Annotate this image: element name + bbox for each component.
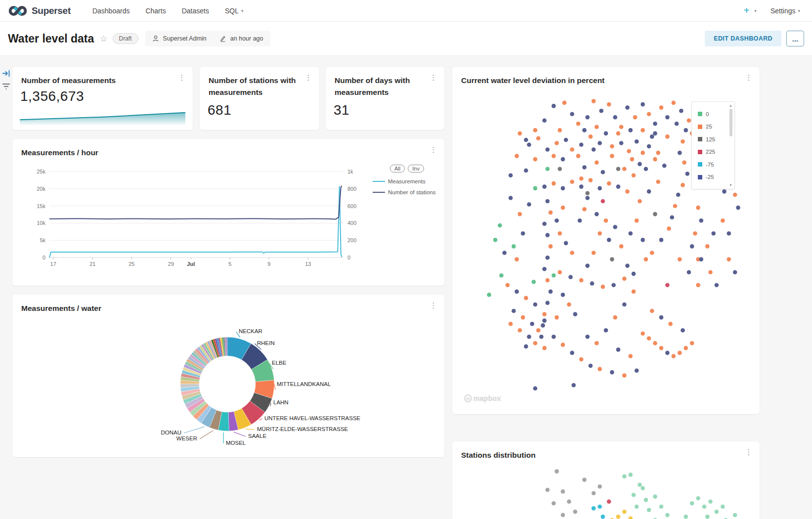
legend-swatch (698, 125, 702, 129)
user-icon (152, 35, 159, 42)
edit-pencil-icon (219, 35, 226, 42)
svg-text:600: 600 (347, 203, 356, 209)
last-modified[interactable]: an hour ago (230, 35, 263, 42)
svg-text:29: 29 (168, 261, 174, 267)
svg-text:200: 200 (347, 237, 356, 243)
legend-swatch (698, 175, 702, 179)
chart-title: Current water level deviation in percent (461, 75, 740, 86)
sparkline-chart (20, 111, 185, 125)
donut-slice-label: WESER (176, 435, 197, 441)
line-chart-canvas: 25k1k20k80015k60010k4005k2000017212529Ju… (12, 139, 444, 286)
donut-slice-label: MOSEL (226, 440, 246, 446)
legend-swatch (698, 112, 702, 116)
chart-options-kebab-icon[interactable]: ⋮ (177, 74, 187, 82)
svg-text:400: 400 (347, 220, 356, 226)
filter-icon[interactable] (1, 83, 11, 90)
svg-text:13: 13 (305, 261, 311, 267)
chevron-down-icon: ▾ (798, 8, 800, 13)
status-badge[interactable]: Draft (113, 33, 138, 44)
donut-slice-label: SAALE (248, 433, 266, 439)
svg-text:0: 0 (43, 255, 45, 260)
expand-filter-bar-icon[interactable] (2, 70, 10, 77)
kpi-card-days: Number of days with measurements ⋮ 31 (326, 67, 444, 130)
add-new-button[interactable]: + (739, 5, 751, 16)
owner-name[interactable]: Superset Admin (163, 35, 207, 42)
svg-text:0: 0 (347, 255, 350, 260)
favorite-star-icon[interactable]: ☆ (100, 34, 107, 44)
superset-logo[interactable]: Superset (8, 4, 71, 17)
donut-chart-canvas: NECKARRHEINELBEMITTELLANDKANALLAHNUNTERE… (12, 295, 444, 457)
svg-text:20k: 20k (37, 186, 45, 192)
legend-swatch (698, 137, 702, 141)
legend-label: -75 (706, 162, 714, 168)
legend-label: -25 (706, 174, 714, 180)
legend-label: 0 (706, 111, 709, 117)
nav-item-dashboards[interactable]: Dashboards (85, 0, 138, 22)
donut-slice-label: NECKAR (239, 328, 262, 334)
legend-scrollbar[interactable]: ▲ ▼ (728, 103, 733, 188)
svg-text:800: 800 (347, 186, 356, 192)
map-legend: 025125225-75-25 ▲ ▼ (691, 101, 735, 189)
svg-text:10k: 10k (37, 220, 45, 226)
legend-label: 25 (706, 124, 712, 130)
donut-slice-label: RHEIN (257, 340, 275, 346)
owner-info-box: Superset Admin an hour ago (145, 31, 270, 46)
more-options-button[interactable]: ... (786, 31, 804, 46)
nav-item-sql[interactable]: SQL ▾ (217, 0, 252, 22)
map-legend-item[interactable]: -25 (698, 171, 715, 184)
donut-slice-label: LAHN (273, 399, 289, 405)
svg-text:25: 25 (128, 261, 134, 267)
svg-text:9: 9 (267, 261, 270, 267)
chart-options-kebab-icon[interactable]: ⋮ (428, 74, 438, 82)
page-title: Water level data (8, 32, 94, 45)
donut-slice-label: ELBE (272, 360, 286, 366)
svg-text:25k: 25k (37, 169, 45, 174)
legend-swatch (698, 162, 702, 167)
chart-title: Number of measurements (21, 75, 173, 86)
chart-options-kebab-icon[interactable]: ⋮ (303, 74, 313, 82)
map-legend-item[interactable]: 225 (698, 146, 715, 159)
map-legend-item[interactable]: 125 (698, 133, 715, 146)
edit-dashboard-button[interactable]: EDIT DASHBOARD (705, 31, 781, 46)
svg-text:Jul: Jul (187, 261, 195, 267)
kpi-card-stations: Number of stations with measurements ⋮ 6… (200, 67, 319, 130)
donut-slice-label: UNTERE HAVEL-WASSERSTRASSE (264, 415, 360, 421)
nav-item-charts[interactable]: Charts (137, 0, 173, 22)
chart-title: Number of days with measurements (335, 75, 425, 98)
nav-item-datasets[interactable]: Datasets (174, 0, 217, 22)
line-chart-card: Measurements / hour ⋮ All Inv Measuremen… (12, 139, 444, 286)
legend-label: 225 (706, 149, 715, 155)
settings-menu[interactable]: Settings ▾ (761, 7, 804, 15)
stations-distribution-card: Stations distribution ⋮ (452, 441, 760, 519)
brand-name: Superset (32, 5, 71, 16)
legend-swatch (698, 150, 702, 154)
donut-slice-label: DONAU (161, 430, 181, 435)
donut-slice-label: MÜRITZ-ELDE-WASSERSTRASSE (257, 426, 348, 432)
top-navbar: Superset Dashboards Charts Datasets SQL … (0, 0, 812, 22)
scrollbar-thumb[interactable] (729, 109, 732, 136)
mapbox-attribution[interactable]: m mapbox (464, 394, 501, 402)
svg-text:5k: 5k (40, 237, 45, 243)
dashboard-header: Water level data ☆ Draft Superset Admin … (0, 22, 812, 56)
scroll-down-icon[interactable]: ▼ (728, 183, 733, 187)
chart-options-kebab-icon[interactable]: ⋮ (744, 448, 754, 457)
map-chart-card: Current water level deviation in percent… (452, 67, 760, 414)
stations-map-canvas[interactable] (452, 456, 760, 519)
chevron-down-icon: ▾ (241, 8, 244, 13)
mapbox-icon: m (464, 394, 472, 402)
svg-text:17: 17 (50, 261, 56, 267)
map-legend-item[interactable]: 0 (698, 108, 715, 121)
chart-title: Number of stations with measurements (209, 75, 299, 98)
map-legend-item[interactable]: -75 (698, 158, 715, 171)
map-legend-item[interactable]: 25 (698, 121, 715, 133)
svg-text:15k: 15k (37, 203, 45, 209)
svg-text:21: 21 (89, 261, 95, 267)
scroll-up-icon[interactable]: ▲ (728, 104, 733, 107)
donut-chart-card: Measurements / water ⋮ NECKARRHEINELBEMI… (12, 295, 444, 457)
legend-label: 125 (706, 136, 715, 142)
chevron-down-icon[interactable]: ▾ (754, 8, 757, 13)
infinity-logo-icon (8, 4, 28, 17)
svg-text:1k: 1k (347, 169, 353, 174)
kpi-value: 681 (208, 102, 231, 118)
chart-options-kebab-icon[interactable]: ⋮ (744, 74, 754, 82)
